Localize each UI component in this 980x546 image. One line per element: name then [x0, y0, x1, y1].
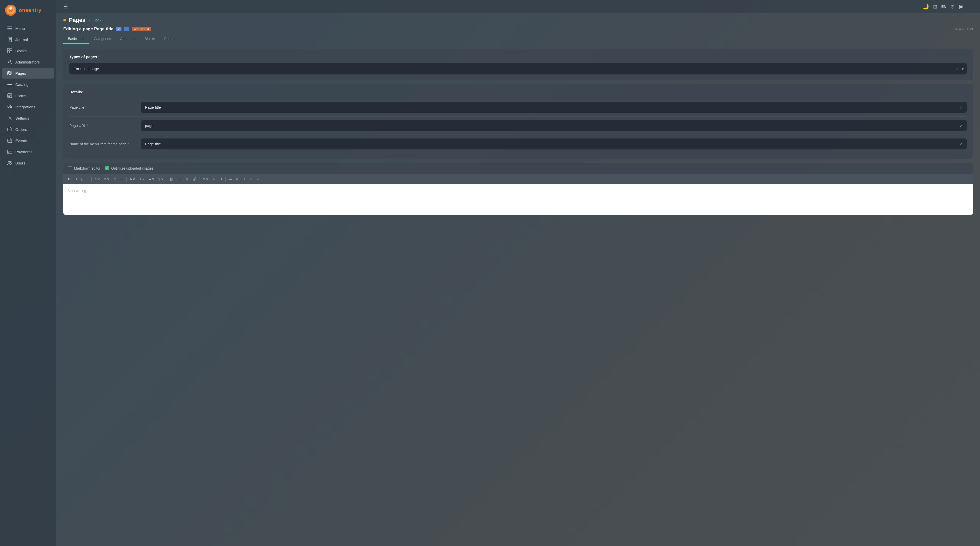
theme-icon[interactable]: 🌙 — [923, 3, 929, 10]
svg-point-30 — [9, 105, 11, 106]
payments-icon — [7, 149, 12, 154]
toolbar-bold[interactable]: B — [66, 176, 72, 182]
toolbar-help[interactable]: ? — [255, 176, 260, 182]
details-card-title: Details* — [69, 90, 967, 94]
pages-icon — [7, 71, 12, 76]
editor-placeholder: Start writing... — [67, 189, 89, 193]
toolbar-paragraph[interactable]: ¶ ∨ — [157, 176, 165, 182]
sidebar-item-menu[interactable]: Menu — [2, 23, 54, 34]
grid-icon[interactable]: ⊞ — [933, 3, 937, 10]
tab-forms[interactable]: Forms — [159, 34, 179, 44]
svg-rect-9 — [9, 39, 11, 40]
toolbar-undo[interactable]: ↩ — [211, 176, 217, 182]
toolbar-table[interactable]: ⊞ — [184, 176, 190, 182]
page-url-row: Page URL * ✓ — [69, 117, 967, 135]
toolbar-underline[interactable]: U — [79, 176, 85, 182]
toolbar-fullscreen[interactable]: ⤢ — [248, 176, 255, 182]
events-icon — [7, 138, 12, 143]
logout-icon[interactable]: → — [968, 4, 973, 10]
sidebar-item-blocks[interactable]: Blocks — [2, 45, 54, 56]
svg-rect-25 — [8, 95, 11, 95]
optimize-images-checkbox-label[interactable]: ✓ Optimize uploaded images — [105, 166, 154, 170]
sidebar-item-administrators[interactable]: Administrators — [2, 57, 54, 67]
select-controls: ✕ ▾ — [956, 66, 964, 71]
svg-rect-13 — [7, 51, 10, 53]
optimize-images-checkbox[interactable]: ✓ — [105, 166, 109, 170]
hamburger-icon[interactable]: ☰ — [63, 3, 68, 10]
sidebar-item-catalog[interactable]: Catalog — [2, 79, 54, 90]
integrations-icon — [7, 104, 12, 110]
badge-5: 5 — [124, 27, 129, 31]
sidebar-item-settings[interactable]: Settings — [2, 113, 54, 124]
sidebar-item-users[interactable]: Users — [2, 158, 54, 168]
toolbar-text-type[interactable]: T ∨ — [138, 176, 146, 182]
page-title-input-wrapper: ✓ — [141, 102, 967, 113]
sidebar-label-events: Events — [15, 138, 27, 143]
tab-blocks[interactable]: Blocks — [140, 34, 159, 44]
toolbar-sep-5 — [225, 177, 226, 182]
tab-categories[interactable]: Categories — [89, 34, 116, 44]
page-header: Pages ← Back — [56, 13, 980, 24]
sidebar-item-journal[interactable]: Journal — [2, 34, 54, 45]
sidebar: oneentry Menu Journal — [0, 0, 56, 546]
sidebar-item-payments[interactable]: Payments — [2, 146, 54, 157]
types-of-pages-card: Types of pages * For usual page ✕ ▾ — [63, 49, 973, 80]
menu-item-name-input[interactable] — [141, 138, 967, 149]
sidebar-label-blocks: Blocks — [15, 49, 27, 53]
sidebar-label-orders: Orders — [15, 127, 27, 132]
back-link[interactable]: ← Back — [89, 18, 101, 22]
page-title-input[interactable] — [141, 102, 967, 113]
editor-body[interactable]: Start writing... — [63, 184, 973, 215]
toolbar-indent-in[interactable]: ⊢ — [119, 176, 125, 182]
sidebar-item-orders[interactable]: Orders — [2, 124, 54, 135]
svg-rect-11 — [7, 48, 10, 51]
toolbar-hr[interactable]: — — [227, 176, 234, 182]
logo-icon — [5, 5, 16, 16]
toolbar-italic[interactable]: I — [86, 176, 90, 182]
toolbar-indent-out[interactable]: ⊡ — [112, 176, 118, 182]
sidebar-label-menu: Menu — [15, 26, 25, 30]
editing-title: Editing a page Page title — [63, 27, 113, 32]
tab-attributes[interactable]: Attributes — [116, 34, 140, 44]
toolbar-pen[interactable]: ✏ — [234, 176, 241, 182]
markdown-editor-checkbox[interactable] — [68, 166, 72, 170]
lang-selector[interactable]: EN — [942, 5, 946, 9]
tab-basic-data[interactable]: Basic data — [63, 34, 89, 44]
toolbar-font-color[interactable]: A ∨ — [128, 176, 137, 182]
editor-options: Markdown editor ✓ Optimize uploaded imag… — [63, 163, 973, 174]
markdown-editor-checkbox-label[interactable]: Markdown editor — [68, 166, 100, 170]
toolbar-redo[interactable]: ↺ — [218, 176, 224, 182]
svg-rect-27 — [8, 97, 10, 97]
toolbar-video[interactable]: 🎥 — [176, 176, 183, 182]
sidebar-item-integrations[interactable]: Integrations — [2, 102, 54, 112]
svg-rect-14 — [10, 51, 12, 53]
toolbar-bullet-list[interactable]: ≡ ∨ — [93, 176, 102, 182]
back-label: Back — [94, 18, 101, 22]
page-url-input[interactable] — [141, 120, 967, 131]
clear-select-icon[interactable]: ✕ — [956, 66, 959, 71]
sidebar-label-forms: Forms — [15, 94, 26, 98]
users-icon — [7, 160, 12, 165]
toolbar-snap[interactable]: ⊤ — [241, 176, 248, 182]
dropdown-chevron-icon[interactable]: ▾ — [962, 66, 964, 71]
svg-rect-26 — [8, 96, 11, 96]
toolbar-image[interactable]: 🖼 — [168, 176, 175, 182]
editor-section: Markdown editor ✓ Optimize uploaded imag… — [63, 163, 973, 215]
svg-point-43 — [8, 162, 10, 163]
types-select[interactable]: For usual page — [69, 63, 967, 75]
types-required-star: * — [97, 55, 100, 59]
toolbar-highlight[interactable]: ● ∨ — [147, 176, 156, 182]
sidebar-item-forms[interactable]: Forms — [2, 90, 54, 101]
toolbar-strikethrough[interactable]: S — [73, 176, 79, 182]
toolbar-align[interactable]: ≡ ∨ — [201, 176, 210, 182]
editor-toolbar: B S U I ≡ ∨ ≡ ∨ ⊡ ⊢ A ∨ T ∨ ● ∨ ¶ ∨ 🖼 — [63, 174, 973, 184]
toolbar-link[interactable]: 🔗 — [191, 176, 198, 182]
editing-header: Editing a page Page title V 5 not indexe… — [56, 24, 980, 32]
monitor-icon[interactable]: ▣ — [959, 3, 964, 10]
toolbar-ordered-list[interactable]: ≡ ∨ — [102, 176, 111, 182]
help-icon[interactable]: ⊙ — [950, 3, 955, 10]
svg-point-44 — [10, 162, 11, 163]
forms-icon — [7, 93, 12, 98]
sidebar-item-pages[interactable]: Pages — [2, 68, 54, 79]
sidebar-item-events[interactable]: Events — [2, 135, 54, 146]
